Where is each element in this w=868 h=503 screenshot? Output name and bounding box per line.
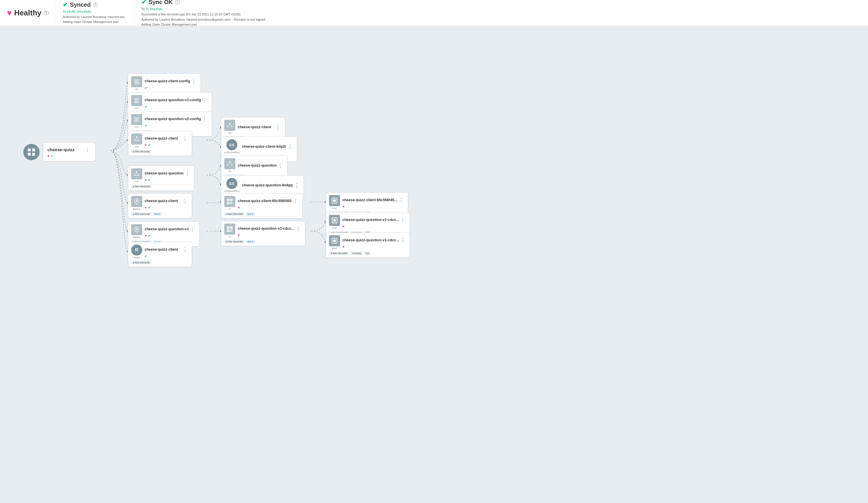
cm3-check: ✔ xyxy=(145,124,147,128)
rs1-node: rs cheese-quizz-client-65c556f455 ⋮ ♥ a … xyxy=(221,193,302,218)
rs1-title: cheese-quizz-client-65c556f455 xyxy=(238,199,292,203)
cm1-menu[interactable]: ⋮ xyxy=(190,77,197,85)
cm2-menu[interactable]: ⋮ xyxy=(201,96,209,104)
rs2-icon xyxy=(224,223,235,235)
sync-ok-status: ✔ Sync OK ? xyxy=(141,0,266,6)
cm3-menu[interactable]: ⋮ xyxy=(201,115,209,123)
svc1-check: ✔ xyxy=(148,143,151,147)
svc2-tag: a few seconds xyxy=(131,185,152,188)
rs2-rev: rev:1 xyxy=(246,240,255,243)
svg-rect-42 xyxy=(227,202,229,205)
rs1-icon xyxy=(224,196,235,207)
svg-rect-2 xyxy=(28,153,31,156)
pod2-heart: ♥ xyxy=(342,224,344,229)
svg-rect-51 xyxy=(333,219,336,222)
deploy1-icon xyxy=(131,196,142,207)
rs1-rev: rev:1 xyxy=(246,212,255,216)
route-title: cheese-quizz-client xyxy=(145,248,181,251)
route-menu[interactable]: ⋮ xyxy=(181,246,189,253)
heart-icon: ♥ xyxy=(7,8,12,18)
synced-help-icon[interactable]: ? xyxy=(93,2,98,7)
deploy1-menu[interactable]: ⋮ xyxy=(181,197,189,205)
svg-rect-5 xyxy=(134,81,140,81)
pod2-menu[interactable]: ⋮ xyxy=(399,216,407,223)
svc1-menu[interactable]: ⋮ xyxy=(181,135,189,142)
svc2-menu[interactable]: ⋮ xyxy=(184,169,191,177)
ep1-menu[interactable]: ⋮ xyxy=(274,123,282,131)
cm2-icon xyxy=(131,95,142,106)
svg-rect-7 xyxy=(134,83,140,84)
svg-line-26 xyxy=(137,172,139,175)
es2-type-label: endpointslice xyxy=(224,190,240,192)
health-status: ♥ Healthy ? xyxy=(7,8,49,18)
synced-message: Adding Open Cluster Management part xyxy=(63,20,127,25)
ep1-icon xyxy=(224,120,235,131)
cm3-type-label: cm xyxy=(135,126,138,128)
svg-rect-9 xyxy=(134,100,140,100)
cm1-check: ✔ xyxy=(145,86,147,90)
app-header: ♥ Healthy ? ✔ Synced ? To HEAD (94a34db)… xyxy=(0,0,868,26)
rs1-type-label: rs xyxy=(229,208,231,210)
deploy1-heart: ♥ xyxy=(145,206,147,210)
route-tag: a few seconds xyxy=(131,261,152,264)
synced-status: ✔ Synced ? xyxy=(63,1,127,8)
sync-ok-to-link[interactable]: To 94a34db xyxy=(145,7,162,11)
deploy2-check: ✔ xyxy=(148,234,151,238)
svg-rect-8 xyxy=(134,98,140,99)
rs2-type-label: rs xyxy=(229,235,231,238)
svg-rect-4 xyxy=(134,80,140,80)
svg-line-25 xyxy=(135,172,137,175)
svg-rect-13 xyxy=(134,119,140,119)
health-section: ♥ Healthy ? xyxy=(0,0,56,26)
svc2-node: svc cheese-quizz-question ⋮ ♥ ✔ a few se… xyxy=(128,166,194,191)
es2-icon: ES xyxy=(226,178,237,189)
rs1-menu[interactable]: ⋮ xyxy=(292,197,299,205)
ep2-title: cheese-quizz-question xyxy=(238,164,277,167)
svc1-type-label: svc xyxy=(135,145,139,148)
svg-rect-15 xyxy=(134,121,140,122)
pod3-icon xyxy=(329,235,340,246)
root-menu-dots[interactable]: ⋮ xyxy=(83,146,91,153)
sync-ok-to: To To 94a34db xyxy=(141,7,266,12)
svg-rect-40 xyxy=(227,199,229,201)
svc2-check: ✔ xyxy=(148,178,151,182)
ep2-icon xyxy=(224,158,235,169)
root-icon xyxy=(23,144,40,160)
sync-ok-label: Sync OK xyxy=(149,0,173,6)
deploy2-icon xyxy=(131,224,142,235)
rs2-tag: a few seconds xyxy=(224,240,245,243)
root-title: cheese-quizz xyxy=(48,147,74,152)
help-icon[interactable]: ? xyxy=(44,11,49,15)
sync-ok-succeeded: Succeeded a few seconds ago (Fri Jan 22 … xyxy=(141,12,266,17)
pod3-menu[interactable]: ⋮ xyxy=(399,237,407,244)
deploy2-type-label: deploy xyxy=(133,236,141,239)
rs2-menu[interactable]: ⋮ xyxy=(294,225,302,232)
sync-ok-help-icon[interactable]: ? xyxy=(175,0,180,4)
ep2-menu[interactable]: ⋮ xyxy=(277,162,284,169)
svg-point-31 xyxy=(227,126,228,128)
root-check-icon: ✔ xyxy=(51,154,53,158)
svg-line-38 xyxy=(228,162,230,165)
svg-point-28 xyxy=(136,200,137,202)
svg-rect-41 xyxy=(230,199,233,201)
synced-to-link[interactable]: To HEAD (94a34db) xyxy=(63,10,91,13)
rs1-heart: ♥ xyxy=(238,206,240,210)
es1-icon: ES xyxy=(226,139,237,150)
pod3-count: 1/1 xyxy=(364,251,371,255)
pod3-tag: a few seconds xyxy=(329,251,349,255)
es2-title: cheese-quizz-question-8n4pp xyxy=(242,183,293,187)
ep1-type-label: ep xyxy=(228,132,231,134)
svg-line-19 xyxy=(135,137,137,140)
svg-rect-44 xyxy=(227,226,229,229)
svc2-icon xyxy=(131,168,142,179)
pod1-menu[interactable]: ⋮ xyxy=(397,196,405,204)
root-card: cheese-quizz ⋮ ♥ ✔ xyxy=(43,143,95,161)
svc1-icon xyxy=(131,134,142,145)
pod1-heart: ♥ xyxy=(342,205,344,209)
deploy1-node: deploy cheese-quizz-client ⋮ ♥ ✔ a few s… xyxy=(128,193,192,218)
svg-rect-49 xyxy=(333,199,336,202)
deploy2-menu[interactable]: ⋮ xyxy=(189,225,196,233)
es2-menu[interactable]: ⋮ xyxy=(293,181,300,189)
es1-menu[interactable]: ⋮ xyxy=(286,143,294,150)
rs2-node: rs cheese-quizz-question-v1-cdcc... ⋮ ♥ … xyxy=(221,221,305,246)
